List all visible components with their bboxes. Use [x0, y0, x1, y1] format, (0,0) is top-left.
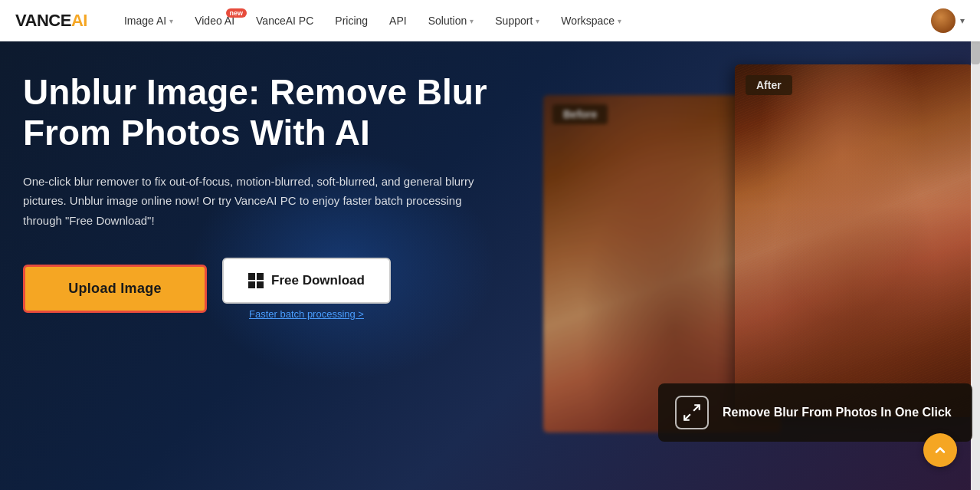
nav-item-support[interactable]: Support ▾	[486, 10, 549, 31]
avatar[interactable]	[931, 8, 955, 33]
hero-buttons: Upload Image Free Download Faster batch …	[23, 258, 498, 320]
upload-image-button[interactable]: Upload Image	[23, 265, 207, 313]
logo-vance: VANCE	[15, 11, 71, 31]
image-comparison: Before After Remove Blur From Photos In …	[543, 64, 980, 463]
download-wrapper: Free Download Faster batch processing >	[222, 258, 391, 320]
nav-items: Image AI ▾ Video AI new VanceAI PC Prici…	[115, 10, 910, 31]
after-badge: After	[746, 75, 792, 95]
unblur-icon	[675, 396, 709, 429]
hair-texture-after	[735, 64, 972, 417]
nav-item-solution[interactable]: Solution ▾	[419, 10, 483, 31]
nav-item-vanceai-pc[interactable]: VanceAI PC	[247, 10, 323, 31]
nav-item-image-ai[interactable]: Image AI ▾	[115, 10, 182, 31]
chevron-down-icon: ▾	[169, 17, 173, 25]
faster-processing-link[interactable]: Faster batch processing >	[222, 308, 391, 320]
avatar-image	[931, 8, 955, 33]
nav-right: ▾	[931, 8, 965, 33]
svg-line-1	[684, 414, 690, 420]
scroll-top-button[interactable]	[923, 433, 957, 467]
nav-item-api[interactable]: API	[380, 10, 416, 31]
logo-ai: AI	[71, 11, 87, 31]
expand-icon-svg	[682, 403, 702, 423]
nav-item-workspace[interactable]: Workspace ▾	[552, 10, 631, 31]
new-badge: new	[226, 8, 247, 18]
chevron-down-icon: ▾	[536, 17, 539, 25]
before-badge: Before	[552, 104, 608, 124]
avatar-chevron-icon[interactable]: ▾	[960, 15, 965, 26]
hero-content: Unblur Image: Remove Blur From Photos Wi…	[23, 72, 498, 320]
hero-title: Unblur Image: Remove Blur From Photos Wi…	[23, 72, 498, 153]
navbar: VANCEAI Image AI ▾ Video AI new VanceAI …	[0, 0, 980, 41]
feature-bar: Remove Blur From Photos In One Click	[658, 383, 972, 442]
windows-icon	[248, 273, 264, 288]
nav-item-video-ai[interactable]: Video AI new	[185, 10, 244, 31]
chevron-down-icon: ▾	[470, 17, 474, 25]
chevron-down-icon: ▾	[618, 17, 621, 25]
after-image: After	[735, 64, 972, 417]
hero-section: Unblur Image: Remove Blur From Photos Wi…	[0, 41, 980, 490]
chevron-up-icon	[932, 442, 948, 458]
svg-line-0	[693, 405, 700, 411]
logo[interactable]: VANCEAI	[15, 11, 87, 31]
nav-item-pricing[interactable]: Pricing	[326, 10, 377, 31]
free-download-button[interactable]: Free Download	[222, 258, 391, 304]
hero-description: One-click blur remover to fix out-of-foc…	[23, 172, 475, 231]
feature-label: Remove Blur From Photos In One Click	[723, 406, 952, 419]
